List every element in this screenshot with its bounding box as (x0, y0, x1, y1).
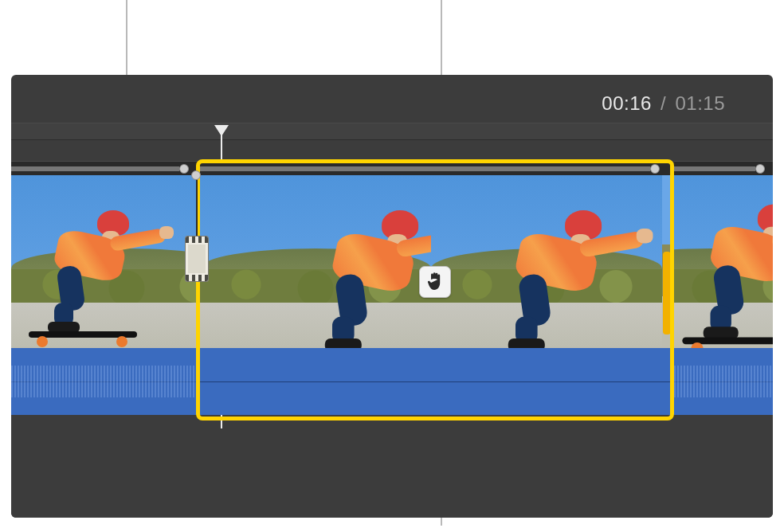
timeline-empty-area[interactable] (11, 428, 773, 518)
range-end-handle[interactable] (663, 252, 671, 334)
time-total: 01:15 (675, 92, 725, 114)
speed-bar[interactable] (674, 161, 773, 175)
freeze-frame-stem (196, 175, 198, 237)
speed-bar[interactable] (11, 161, 197, 175)
freeze-frame-handle-icon[interactable] (191, 170, 201, 180)
time-counter: 00:16 / 01:15 (602, 92, 725, 115)
freeze-frame-icon[interactable] (185, 236, 209, 282)
timeline-ruler[interactable] (11, 123, 773, 140)
speed-handle-icon[interactable] (179, 164, 189, 174)
time-separator: / (661, 92, 666, 114)
speed-fill (200, 166, 650, 171)
video-track[interactable] (11, 161, 773, 415)
speed-bar[interactable] (200, 161, 671, 175)
speed-handle-icon[interactable] (755, 164, 765, 174)
stage: 00:16 / 01:15 (0, 0, 784, 532)
time-current: 00:16 (602, 92, 652, 114)
clip-thumbnail (674, 175, 773, 348)
clip-thumbnail (200, 175, 671, 348)
clip-3[interactable] (674, 161, 773, 415)
clip-thumbnail (11, 175, 197, 348)
speed-handle-icon[interactable] (650, 164, 660, 174)
audio-waveform[interactable] (11, 348, 197, 415)
speed-fill (674, 166, 755, 171)
clip-1[interactable] (11, 161, 197, 415)
audio-waveform[interactable] (674, 348, 773, 415)
speed-fill (11, 166, 179, 171)
audio-waveform[interactable] (200, 348, 671, 415)
timeline-panel: 00:16 / 01:15 (11, 75, 773, 518)
hand-stop-icon (419, 266, 451, 298)
